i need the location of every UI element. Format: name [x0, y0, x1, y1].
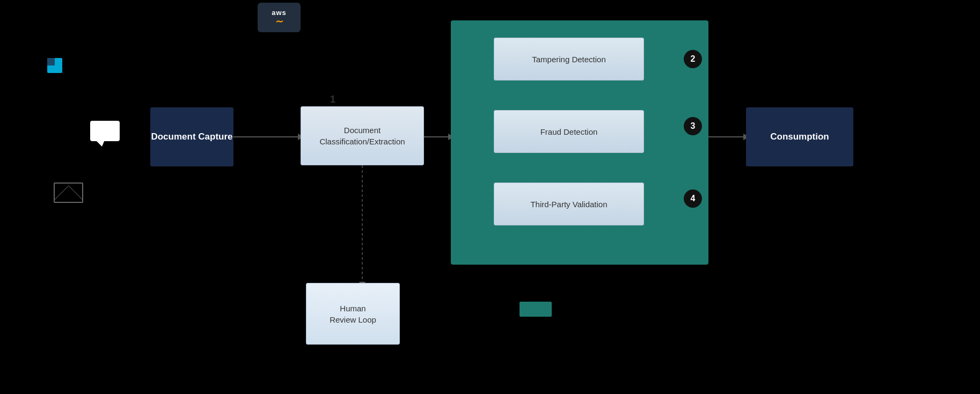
step-badge-2: 2: [684, 50, 702, 68]
chat-bubble-icon: [90, 121, 122, 148]
third-party-validation-box: Third-Party Validation: [494, 183, 644, 225]
aws-logo: aws ∼: [258, 3, 301, 32]
fraud-detection-box: Fraud Detection: [494, 110, 644, 153]
tampering-detection-box: Tampering Detection: [494, 38, 644, 81]
step-badge-4: 4: [684, 189, 702, 208]
doc-classification-label: DocumentClassification/Extraction: [319, 125, 405, 147]
human-review-loop-box: HumanReview Loop: [306, 283, 400, 345]
badge-2-label: 2: [691, 54, 696, 64]
third-party-validation-label: Third-Party Validation: [530, 200, 607, 209]
email-envelope-icon: [54, 183, 83, 203]
fraud-detection-label: Fraud Detection: [540, 127, 598, 136]
step-badge-3: 3: [684, 117, 702, 135]
document-capture-box: Document Capture: [150, 107, 233, 166]
badge-4-label: 4: [691, 194, 696, 203]
aws-smile-icon: ∼: [275, 17, 283, 26]
badge-3-label: 3: [691, 121, 696, 131]
diagram-container: aws ∼ Document Capture 1 Doc: [0, 0, 980, 394]
small-teal-indicator: [520, 302, 552, 317]
consumption-label: Consumption: [770, 132, 829, 142]
consumption-box: Consumption: [746, 107, 853, 166]
blue-square-icon: [47, 58, 71, 79]
doc-classification-box: DocumentClassification/Extraction: [301, 106, 424, 165]
tampering-detection-label: Tampering Detection: [532, 55, 606, 64]
document-capture-label: Document Capture: [151, 131, 232, 143]
human-review-label: HumanReview Loop: [330, 303, 376, 325]
step1-label: 1: [330, 94, 335, 105]
aws-text: aws: [272, 9, 287, 17]
